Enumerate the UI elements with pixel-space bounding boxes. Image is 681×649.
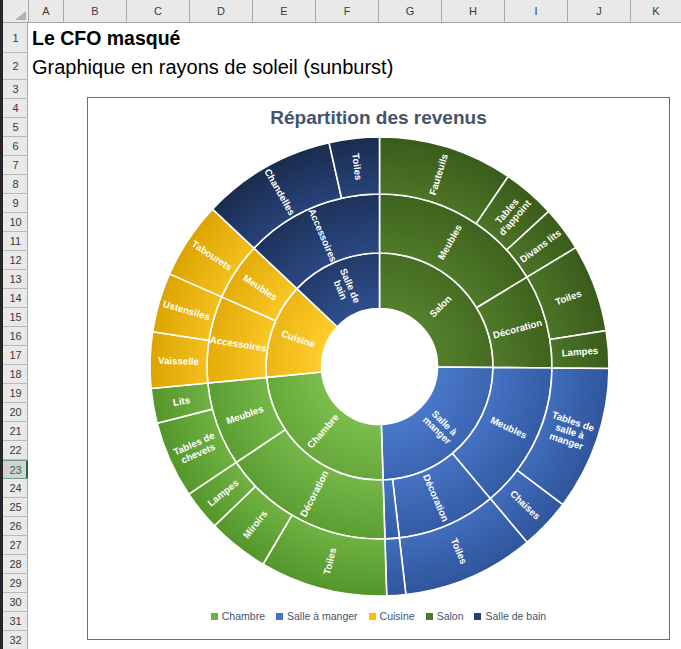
legend-item-Salon[interactable]: Salon	[426, 610, 464, 622]
row-header-12[interactable]: 12	[3, 251, 28, 270]
row-header-4[interactable]: 4	[3, 99, 28, 118]
column-header-F[interactable]: F	[315, 0, 378, 22]
row-header-26[interactable]: 26	[3, 517, 28, 536]
column-header-E[interactable]: E	[252, 0, 315, 22]
legend-label: Salle de bain	[485, 610, 546, 622]
column-header-G[interactable]: G	[378, 0, 441, 22]
legend-item-Chambre[interactable]: Chambre	[211, 610, 265, 622]
sunburst-chart[interactable]: Répartition des revenus SalonMeublesFaut…	[87, 97, 670, 640]
row-header-6[interactable]: 6	[3, 137, 28, 156]
legend-item-Salle à manger[interactable]: Salle à manger	[276, 610, 358, 622]
active-row-accent	[26, 461, 28, 478]
legend-label: Cuisine	[380, 610, 415, 622]
select-all-corner[interactable]	[3, 0, 28, 22]
column-header-J[interactable]: J	[567, 0, 630, 22]
row-header-22[interactable]: 22	[3, 441, 28, 460]
row-header-27[interactable]: 27	[3, 536, 28, 555]
legend-swatch	[474, 613, 481, 620]
row-header-31[interactable]: 31	[3, 612, 28, 631]
row-header-23[interactable]: 23	[3, 460, 28, 479]
legend-swatch	[211, 613, 218, 620]
legend-swatch	[426, 613, 433, 620]
column-header-K[interactable]: K	[630, 0, 681, 22]
row-header-16[interactable]: 16	[3, 327, 28, 346]
row-header-30[interactable]: 30	[3, 593, 28, 612]
column-header-D[interactable]: D	[189, 0, 252, 22]
column-header-A[interactable]: A	[28, 0, 63, 22]
row-header-15[interactable]: 15	[3, 308, 28, 327]
chart-title: Répartition des revenus	[88, 107, 669, 129]
row-header-11[interactable]: 11	[3, 232, 28, 251]
legend-swatch	[369, 613, 376, 620]
legend-label: Salon	[437, 610, 464, 622]
row-header-19[interactable]: 19	[3, 384, 28, 403]
legend-swatch	[276, 613, 283, 620]
row-header-2[interactable]: 2	[3, 53, 28, 80]
column-headers: ABCDEFGHIJK	[3, 0, 681, 23]
cell-a1-text[interactable]: Le CFO masqué	[32, 27, 180, 50]
chart-legend: ChambreSalle à mangerCuisineSalonSalle d…	[88, 610, 669, 622]
cell-a2-text[interactable]: Graphique en rayons de soleil (sunburst)	[32, 56, 393, 79]
row-header-13[interactable]: 13	[3, 270, 28, 289]
row-header-1[interactable]: 1	[3, 23, 28, 53]
row-header-20[interactable]: 20	[3, 403, 28, 422]
row-header-21[interactable]: 21	[3, 422, 28, 441]
sunburst-plot: SalonMeublesFauteuilsTablesd'appointDiva…	[88, 98, 668, 638]
row-header-5[interactable]: 5	[3, 118, 28, 137]
row-header-14[interactable]: 14	[3, 289, 28, 308]
row-header-3[interactable]: 3	[3, 80, 28, 99]
row-headers: 1234567891011121314151617181920212223242…	[3, 23, 28, 649]
legend-label: Salle à manger	[287, 610, 358, 622]
row-header-18[interactable]: 18	[3, 365, 28, 384]
legend-item-Salle de bain[interactable]: Salle de bain	[474, 610, 546, 622]
segment-label: Vaisselle	[158, 355, 200, 367]
row-header-9[interactable]: 9	[3, 194, 28, 213]
row-header-10[interactable]: 10	[3, 213, 28, 232]
column-header-C[interactable]: C	[126, 0, 189, 22]
legend-label: Chambre	[222, 610, 265, 622]
row-header-29[interactable]: 29	[3, 574, 28, 593]
legend-item-Cuisine[interactable]: Cuisine	[369, 610, 415, 622]
column-header-H[interactable]: H	[441, 0, 504, 22]
row-header-8[interactable]: 8	[3, 175, 28, 194]
select-all-triangle-icon	[15, 11, 26, 20]
row-header-25[interactable]: 25	[3, 498, 28, 517]
column-header-B[interactable]: B	[63, 0, 126, 22]
row-header-7[interactable]: 7	[3, 156, 28, 175]
row-header-24[interactable]: 24	[3, 479, 28, 498]
row-header-28[interactable]: 28	[3, 555, 28, 574]
column-header-I[interactable]: I	[504, 0, 567, 22]
row-header-17[interactable]: 17	[3, 346, 28, 365]
row-header-32[interactable]: 32	[3, 631, 28, 649]
